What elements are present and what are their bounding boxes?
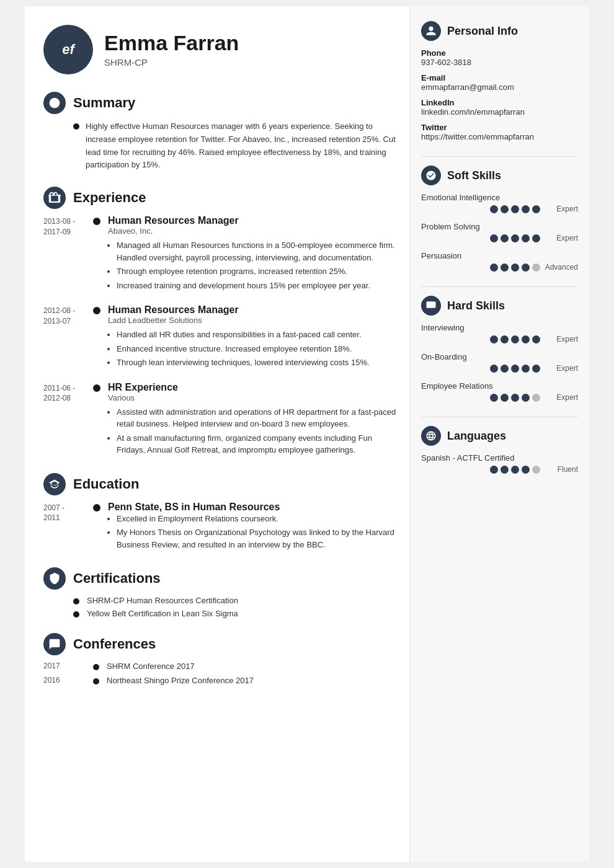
skill-name: On-Boarding (421, 352, 578, 361)
conference-date: 2017 (43, 662, 93, 670)
job-title: Human Resources Manager (108, 215, 397, 226)
right-column: Personal Info Phone 937-602-3818 E-mail … (409, 6, 589, 862)
conf-dot (93, 678, 99, 684)
summary-section: Summary Highly effective Human Resources… (43, 92, 397, 172)
dot-empty (532, 394, 540, 402)
dot-filled (511, 205, 519, 213)
hard-skills-header: Hard Skills (421, 296, 578, 316)
company-name: Abaveo, Inc. (108, 226, 397, 236)
skill-dots-row: Advanced (421, 263, 578, 272)
dot-filled (511, 264, 519, 272)
education-list: 2007 - 2011 Penn State, BS in Human Reso… (43, 502, 397, 553)
summary-item: Highly effective Human Resources manager… (43, 120, 397, 172)
experience-bullet: Handled all HR duties and responsibiliti… (117, 329, 397, 341)
dot-filled (522, 205, 530, 213)
hard-skills-list: Interviewing Expert On-Boarding Expert E… (421, 323, 578, 402)
experience-date: 2012-08 - 2013-07 (43, 304, 93, 327)
soft-skills-title: Soft Skills (447, 169, 501, 182)
experience-icon (43, 187, 66, 209)
personal-info-row: Phone 937-602-3818 (421, 48, 578, 67)
company-name: Various (108, 393, 397, 402)
languages-icon (421, 426, 441, 446)
dot-filled (490, 205, 498, 213)
dot-filled (490, 365, 498, 373)
dot-filled (522, 234, 530, 242)
skill-dots-row: Expert (421, 393, 578, 402)
dot-filled (490, 466, 498, 474)
skill-item: Employee Relations Expert (421, 381, 578, 402)
job-bullets: Managed all Human Resources functions in… (117, 239, 397, 291)
experience-bullet: Managed all Human Resources functions in… (117, 239, 397, 264)
resume-container: ef Emma Farran SHRM-CP Summary Highly ef… (25, 6, 589, 862)
candidate-subtitle: SHRM-CP (104, 57, 239, 68)
cert-text: SHRM-CP Human Resources Certification (87, 596, 238, 605)
experience-date: 2013-08 - 2017-09 (43, 215, 93, 237)
education-title: Penn State, BS in Human Resources (108, 502, 397, 513)
experience-title: Experience (73, 190, 146, 206)
skill-dots (490, 466, 540, 474)
timeline-dot (93, 384, 100, 392)
info-value: https://twitter.com/emmapfarran (421, 132, 578, 141)
skill-dots (490, 365, 540, 373)
dot-filled (532, 335, 540, 343)
dot-filled (532, 205, 540, 213)
experience-bullet: Increased training and development hours… (117, 280, 397, 292)
job-title: HR Experience (108, 382, 397, 393)
skill-dots (490, 205, 540, 213)
skill-item: Emotional Intelligence Expert (421, 193, 578, 213)
skill-dots-row: Expert (421, 335, 578, 343)
hard-skills-section: Hard Skills Interviewing Expert On-Board… (421, 296, 578, 402)
education-bullets: Excelled in Employment Relations courseo… (117, 513, 397, 551)
experience-section: Experience 2013-08 - 2017-09 Human Resou… (43, 187, 397, 458)
education-date: 2007 - 2011 (43, 502, 93, 524)
skill-dots-row: Fluent (421, 465, 578, 474)
certifications-title: Certifications (73, 570, 161, 587)
education-section: Education 2007 - 2011 Penn State, BS in … (43, 473, 397, 553)
dot-filled (532, 234, 540, 242)
candidate-name: Emma Farran (104, 32, 239, 55)
conferences-section: Conferences 2017 SHRM Conference 2017 20… (43, 633, 397, 685)
dot-filled (490, 234, 498, 242)
experience-content: HR Experience Various Assisted with admi… (108, 382, 397, 458)
skill-item: Persuasion Advanced (421, 251, 578, 272)
dot-filled (490, 394, 498, 402)
hard-skills-title: Hard Skills (447, 299, 505, 312)
experience-item: 2012-08 - 2013-07 Human Resources Manage… (43, 304, 397, 371)
skill-name: Persuasion (421, 251, 578, 260)
cert-dot (73, 598, 79, 604)
skill-level: Expert (544, 364, 578, 373)
skill-dots (490, 234, 540, 242)
info-label: E-mail (421, 73, 578, 82)
experience-item: 2011-06 - 2012-08 HR Experience Various … (43, 382, 397, 458)
certifications-header: Certifications (43, 567, 397, 590)
skill-name: Spanish - ACTFL Certified (421, 453, 578, 463)
certifications-icon (43, 567, 66, 590)
info-value: emmapfarran@gmail.com (421, 82, 578, 92)
soft-skills-icon (421, 166, 441, 185)
resume-header: ef Emma Farran SHRM-CP (43, 25, 397, 74)
education-item: 2007 - 2011 Penn State, BS in Human Reso… (43, 502, 397, 553)
info-value: linkedin.com/in/emmapfarran (421, 107, 578, 117)
dot-filled (501, 365, 509, 373)
education-icon (43, 473, 66, 495)
personal-info-header: Personal Info (421, 21, 578, 41)
dot-filled (490, 335, 498, 343)
personal-info-row: LinkedIn linkedin.com/in/emmapfarran (421, 98, 578, 117)
conferences-title: Conferences (73, 636, 156, 652)
skill-item: Spanish - ACTFL Certified Fluent (421, 453, 578, 474)
hard-skills-icon (421, 296, 441, 316)
dot-empty (532, 264, 540, 272)
certifications-list: SHRM-CP Human Resources Certification Ye… (43, 596, 397, 618)
skill-level: Expert (544, 205, 578, 213)
timeline-dot (93, 504, 100, 512)
info-label: LinkedIn (421, 98, 578, 107)
skill-level: Fluent (544, 465, 578, 474)
conference-date: 2016 (43, 676, 93, 684)
skill-name: Problem Solving (421, 222, 578, 231)
conference-text: SHRM Conference 2017 (107, 662, 195, 671)
dot-filled (522, 365, 530, 373)
skill-dots (490, 335, 540, 343)
languages-title: Languages (447, 430, 506, 443)
experience-date: 2011-06 - 2012-08 (43, 382, 93, 404)
education-header: Education (43, 473, 397, 495)
